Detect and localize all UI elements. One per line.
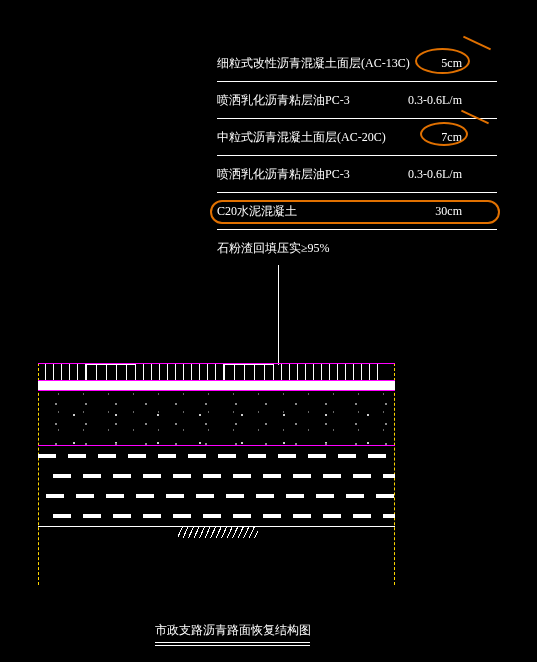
layer-value: 0.3-0.6L/m — [408, 167, 462, 182]
concrete-layer — [38, 391, 395, 446]
ground-hatch-icon — [178, 526, 258, 538]
layer-row: 喷洒乳化沥青粘层油PC-3 0.3-0.6L/m — [217, 156, 497, 193]
cross-section-diagram — [38, 363, 395, 585]
binder-layer — [38, 381, 395, 391]
layer-row: 喷洒乳化沥青粘层油PC-3 0.3-0.6L/m — [217, 82, 497, 119]
annotation-circle-icon — [420, 122, 468, 146]
layer-text: 喷洒乳化沥青粘层油PC-3 — [217, 166, 350, 183]
layer-text: 石粉渣回填压实≥95% — [217, 240, 330, 257]
layer-text: 喷洒乳化沥青粘层油PC-3 — [217, 92, 350, 109]
title-underline — [155, 642, 310, 643]
layer-value: 0.3-0.6L/m — [408, 93, 462, 108]
leader-line — [278, 265, 279, 365]
title-text: 市政支路沥青路面恢复结构图 — [155, 623, 311, 637]
layer-row: 石粉渣回填压实≥95% — [217, 230, 497, 267]
drawing-title: 市政支路沥青路面恢复结构图 — [155, 622, 311, 646]
annotation-circle-icon — [415, 48, 470, 74]
annotation-circle-icon — [210, 200, 500, 224]
layer-text: 细粒式改性沥青混凝土面层(AC-13C) — [217, 55, 410, 72]
asphalt-surface-layer — [38, 363, 395, 381]
layer-label-list: 细粒式改性沥青混凝土面层(AC-13C) 5cm 喷洒乳化沥青粘层油PC-3 0… — [217, 45, 497, 267]
layer-text: 中粒式沥青混凝土面层(AC-20C) — [217, 129, 386, 146]
title-underline — [155, 645, 310, 646]
subgrade-layer — [38, 446, 395, 526]
